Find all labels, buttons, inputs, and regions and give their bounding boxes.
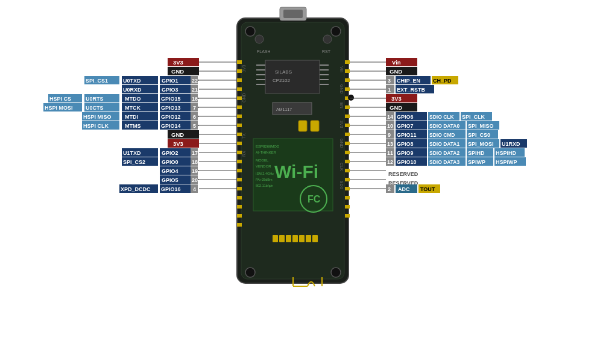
main-container: FLASH RST 3V3 GND TX RX Vin GND EN 3V3 G… [0,0,603,364]
svg-text:MTMS: MTMS [125,123,141,129]
svg-text:1: 1 [388,87,391,93]
svg-text:22: 22 [192,78,198,84]
svg-rect-97 [345,205,350,209]
svg-rect-40 [311,121,319,131]
svg-text:SILABS: SILABS [275,69,292,75]
svg-text:5: 5 [193,123,196,129]
svg-text:17: 17 [192,150,198,156]
svg-rect-61 [312,235,318,242]
svg-text:4: 4 [193,186,196,192]
svg-text:GND: GND [390,68,402,75]
svg-text:GPIO0: GPIO0 [162,159,178,165]
svg-text:U1RXD: U1RXD [502,141,520,147]
svg-text:GPIO15: GPIO15 [161,96,181,102]
svg-text:AI-THINKER: AI-THINKER [256,151,277,154]
svg-text:AM1117: AM1117 [276,107,292,111]
svg-text:GPIO1: GPIO1 [162,78,178,84]
svg-text:GND: GND [171,68,184,75]
svg-point-7 [245,268,255,277]
svg-text:Vin: Vin [392,59,401,66]
svg-text:SPI_CS0: SPI_CS0 [468,132,490,138]
svg-text:SDIO DATA0: SDIO DATA0 [429,123,459,129]
svg-text:GPIO2: GPIO2 [162,150,178,156]
svg-rect-83 [345,78,350,82]
svg-rect-76 [237,187,242,190]
svg-rect-93 [345,169,350,172]
svg-rect-64 [237,78,242,82]
svg-text:MTDI: MTDI [125,114,138,120]
svg-rect-84 [345,87,350,91]
svg-text:SDIO CMD: SDIO CMD [429,132,455,138]
svg-rect-200 [386,58,417,66]
svg-rect-91 [345,151,350,154]
svg-point-5 [245,27,255,36]
svg-text:GND: GND [171,131,184,138]
svg-text:SPI_CS2: SPI_CS2 [123,159,145,165]
svg-text:ADC: ADC [398,186,410,192]
svg-text:GPIO12: GPIO12 [161,114,181,120]
svg-text:3V3: 3V3 [339,121,344,128]
svg-rect-60 [306,235,311,242]
svg-text:CHIP_EN: CHIP_EN [397,78,420,84]
svg-rect-90 [345,142,350,145]
svg-rect-4 [283,10,303,18]
svg-rect-69 [237,124,242,127]
svg-rect-92 [345,160,350,163]
svg-text:3V3: 3V3 [391,95,402,102]
svg-text:Vin: Vin [339,66,344,72]
svg-text:3: 3 [388,78,391,84]
svg-rect-72 [237,151,242,154]
svg-text:U0CTS: U0CTS [86,105,104,111]
svg-text:SDIO DATA3: SDIO DATA3 [429,159,459,165]
svg-text:HSPI MISO: HSPI MISO [83,114,112,120]
svg-text:802.11b/g/n: 802.11b/g/n [256,184,273,187]
svg-rect-67 [237,105,242,109]
svg-text:GND: GND [339,84,344,94]
svg-text:HSPI CS: HSPI CS [49,96,71,102]
svg-text:SPIWP: SPIWP [468,159,485,165]
svg-text:CP2102: CP2102 [273,78,290,83]
svg-rect-79 [237,214,242,218]
svg-text:CH_PD: CH_PD [433,78,452,84]
svg-text:MTCK: MTCK [125,105,140,111]
svg-text:10: 10 [387,123,393,129]
svg-text:GPIO13: GPIO13 [161,105,181,111]
svg-text:SPIHD: SPIHD [468,150,485,156]
svg-text:ESP8266MOD: ESP8266MOD [256,145,280,148]
svg-text:TX: TX [242,133,246,139]
svg-text:GPIO11: GPIO11 [397,132,417,138]
svg-rect-98 [345,214,350,218]
svg-text:6: 6 [193,114,196,120]
svg-rect-96 [345,196,350,199]
svg-rect-101 [168,58,199,66]
svg-rect-82 [345,69,350,73]
svg-rect-89 [345,133,350,136]
svg-text:RX: RX [242,151,246,157]
svg-text:20: 20 [192,177,198,183]
svg-text:SPI_CLK: SPI_CLK [462,114,485,120]
svg-rect-78 [237,205,242,209]
svg-text:HSPIWP: HSPIWP [496,159,517,165]
svg-rect-218 [386,94,417,102]
board-diagram: FLASH RST 3V3 GND TX RX Vin GND EN 3V3 G… [0,0,603,307]
svg-rect-86 [345,105,350,109]
svg-text:14: 14 [387,114,393,120]
svg-text:XPD_DCDC: XPD_DCDC [121,186,151,192]
svg-text:GPIO16: GPIO16 [161,186,181,192]
svg-text:13: 13 [387,141,393,147]
svg-rect-75 [237,178,242,181]
svg-rect-87 [345,115,350,118]
svg-point-99 [348,95,354,101]
svg-text:3V3: 3V3 [173,140,183,147]
svg-text:GPIO5: GPIO5 [162,177,178,183]
svg-rect-70 [237,133,242,136]
svg-rect-39 [298,121,307,131]
svg-text:GPIO6: GPIO6 [397,114,414,120]
svg-text:GPIO9: GPIO9 [397,150,414,156]
svg-text:GND: GND [242,93,246,102]
svg-text:3V3: 3V3 [173,59,183,66]
svg-text:SD0: SD0 [339,181,344,189]
svg-text:ISM 2.4GHz: ISM 2.4GHz [256,172,274,175]
svg-text:GPIO4: GPIO4 [162,168,178,174]
svg-text:EN: EN [339,102,344,108]
